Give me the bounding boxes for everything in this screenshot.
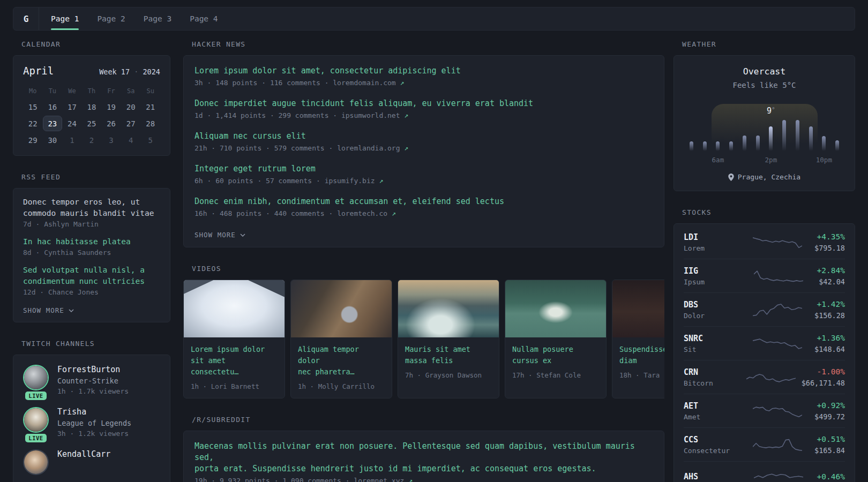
weather-bar-slot — [738, 135, 751, 151]
stock-price: $66,171.48 — [802, 379, 845, 387]
post-domain-link[interactable]: loremlandia.org — [337, 144, 404, 152]
avatar-image — [24, 450, 48, 474]
video-thumbnail[interactable] — [398, 280, 499, 337]
video-title[interactable]: Aliquam tempor dolor nec pharetra… — [298, 344, 385, 378]
twitch-widget: TWITCH CHANNELS LIVEForrestBurtonCounter… — [13, 340, 170, 482]
post-domain-link[interactable]: loremnet.xyz — [354, 477, 408, 482]
video-card[interactable]: Suspendisse diam18h · Tara — [612, 280, 664, 398]
stock-sparkline-chart — [753, 437, 802, 453]
current-temperature-label: 9° — [767, 106, 775, 116]
stock-values: -1.00%$66,171.48 — [802, 367, 845, 387]
time-axis-label: 6am — [712, 156, 724, 164]
calendar-day-header: Tu — [43, 84, 63, 98]
stock-symbol: DBS — [684, 300, 740, 310]
hacker-news-item-meta: 6h · 60 points · 57 comments · ipsumify.… — [194, 177, 653, 185]
tab-page-2[interactable]: Page 2 — [97, 7, 125, 30]
video-thumbnail[interactable] — [612, 280, 664, 337]
stock-sparkline-chart — [753, 302, 802, 318]
tab-page-1[interactable]: Page 1 — [51, 7, 79, 30]
post-domain-link[interactable]: loremdomain.com — [333, 79, 400, 87]
app-logo[interactable]: G — [13, 7, 39, 30]
rss-item-title[interactable]: Sed volutpat nulla nisl, a condimentum n… — [23, 265, 160, 287]
twitch-widget-header: TWITCH CHANNELS — [21, 340, 170, 348]
rss-item: Sed volutpat nulla nisl, a condimentum n… — [23, 265, 160, 296]
twitch-channel[interactable]: KendallCarr — [23, 449, 160, 474]
video-thumbnail[interactable] — [291, 280, 392, 337]
stock-sparkline-wrap — [740, 302, 814, 318]
calendar-day: 24 — [62, 116, 82, 131]
stock-row-snrc[interactable]: SNRCSit+1.36%$148.64 — [684, 326, 845, 360]
stock-row-aet[interactable]: AETAmet+0.92%$499.72 — [684, 394, 845, 427]
video-card[interactable]: Lorem ipsum dolor sit amet consectetu…1h… — [183, 280, 285, 398]
video-title[interactable]: Nullam posuere cursus ex — [512, 344, 599, 366]
channel-avatar — [23, 449, 49, 474]
post-domain-link[interactable]: ipsumworld.net — [341, 111, 404, 119]
video-meta: 17h · Stefan Cole — [512, 371, 599, 379]
stock-values: +2.84%$42.04 — [817, 266, 845, 286]
post-domain-link[interactable]: ipsumify.biz — [325, 177, 379, 185]
rss-item-title[interactable]: In hac habitasse platea — [23, 236, 160, 247]
video-thumbnail[interactable] — [184, 280, 285, 337]
channel-name[interactable]: ForrestBurton — [57, 365, 129, 374]
stock-row-iig[interactable]: IIGIpsum+2.84%$42.04 — [684, 259, 845, 292]
hacker-news-item-title[interactable]: Lorem ipsum dolor sit amet, consectetur … — [194, 65, 653, 77]
twitch-channel[interactable]: LIVETrishaLeague of Legends3h · 1.2k vie… — [23, 407, 160, 438]
calendar-title-row: April Week 17 · 2024 — [23, 65, 160, 77]
subreddit-card: Maecenas mollis pulvinar erat non posuer… — [183, 431, 664, 482]
twitch-channel[interactable]: LIVEForrestBurtonCounter-Strike1h · 1.7k… — [23, 365, 160, 395]
video-title[interactable]: Lorem ipsum dolor sit amet consectetu… — [191, 344, 278, 378]
calendar-card: April Week 17 · 2024 MoTuWeThFrSaSu15161… — [13, 55, 170, 156]
stock-row-dbs[interactable]: DBSDolor+1.42%$156.28 — [684, 292, 845, 326]
stock-identity: LDILorem — [684, 232, 740, 252]
channel-avatar: LIVE — [23, 365, 49, 395]
rss-show-more-button[interactable]: SHOW MORE — [23, 306, 74, 314]
calendar-day-header: Mo — [23, 84, 43, 98]
separator-dot: · — [134, 67, 138, 76]
tab-page-4[interactable]: Page 4 — [190, 7, 218, 30]
post-meta-text: 16h · 468 points · 440 comments — [194, 209, 325, 217]
video-card[interactable]: Mauris sit amet massa felis7h · Grayson … — [398, 280, 499, 398]
tab-page-3[interactable]: Page 3 — [144, 7, 171, 30]
calendar-day: 16 — [43, 99, 63, 115]
stock-change-percent: +2.84% — [817, 266, 845, 275]
show-more-label: SHOW MORE — [23, 306, 64, 314]
weather-bar — [756, 135, 760, 151]
stock-identity: CRNBitcorn — [684, 367, 740, 387]
calendar-day: 27 — [121, 116, 141, 131]
video-card[interactable]: Nullam posuere cursus ex17h · Stefan Col… — [505, 280, 607, 398]
stock-sparkline-chart — [746, 370, 796, 386]
stock-row-ldi[interactable]: LDILorem+4.35%$795.18 — [684, 225, 845, 259]
video-title[interactable]: Mauris sit amet massa felis — [405, 344, 492, 366]
post-domain-link[interactable]: loremtech.co — [337, 209, 392, 217]
weather-bar-slot — [751, 135, 765, 151]
stock-row-ahs[interactable]: AHS+0.46% — [684, 461, 845, 482]
video-card[interactable]: Aliquam tempor dolor nec pharetra…1h · M… — [290, 280, 392, 398]
weather-bar-slot — [698, 141, 712, 151]
chevron-down-icon — [240, 234, 245, 237]
stock-price: $42.04 — [817, 277, 845, 286]
video-thumbnail[interactable] — [505, 280, 606, 337]
stock-row-crn[interactable]: CRNBitcorn-1.00%$66,171.48 — [684, 360, 845, 394]
video-title[interactable]: Suspendisse diam — [619, 344, 664, 366]
stock-price: $499.72 — [814, 412, 845, 421]
rss-item-title[interactable]: Donec tempor eros leo, ut commodo mauris… — [23, 197, 160, 219]
hacker-news-item-title[interactable]: Donec imperdiet augue tincidunt felis al… — [194, 98, 653, 109]
hacker-news-item-title[interactable]: Aliquam nec cursus elit — [194, 131, 653, 142]
subreddit-item-title[interactable]: Maecenas mollis pulvinar erat non posuer… — [194, 441, 653, 475]
calendar-day-selected: 23 — [43, 116, 63, 131]
hacker-news-item-title[interactable]: Integer eget rutrum lorem — [194, 163, 653, 175]
hacker-news-item-title[interactable]: Donec enim nibh, condimentum et accumsan… — [194, 196, 653, 207]
stock-sparkline-wrap — [740, 336, 814, 352]
stock-row-ccs[interactable]: CCSConsectetur+0.51%$165.84 — [684, 427, 845, 461]
stocks-widget-header: STOCKS — [682, 208, 855, 216]
stock-price: $795.18 — [814, 244, 845, 252]
calendar-year: 2024 — [143, 67, 160, 76]
video-meta: 18h · Tara — [619, 371, 664, 379]
post-meta-text: 21h · 710 points · 579 comments — [194, 144, 325, 152]
twitch-card: LIVEForrestBurtonCounter-Strike1h · 1.7k… — [13, 355, 170, 482]
calendar-week-label: Week 17 · 2024 — [99, 67, 160, 76]
post-meta-text: 3h · 148 points · 116 comments — [194, 79, 320, 87]
channel-name[interactable]: KendallCarr — [57, 449, 110, 459]
channel-name[interactable]: Trisha — [57, 407, 131, 417]
hacker-news-show-more-button[interactable]: SHOW MORE — [194, 231, 245, 239]
